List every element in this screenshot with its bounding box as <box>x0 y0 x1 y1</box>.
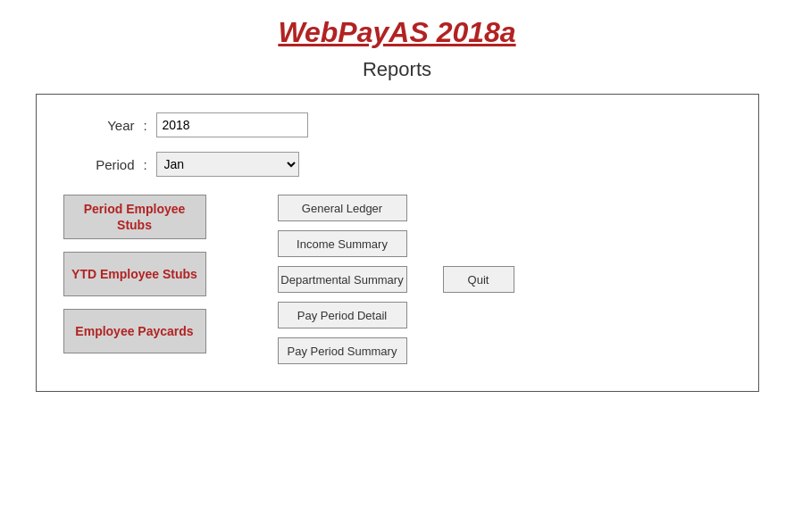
pay-period-detail-button[interactable]: Pay Period Detail <box>278 302 407 328</box>
app-title: WebPayAS 2018a <box>278 16 515 49</box>
employee-paycards-button[interactable]: Employee Paycards <box>63 309 206 353</box>
year-row: Year : <box>63 112 731 137</box>
quit-button[interactable]: Quit <box>443 266 514 293</box>
period-colon: : <box>135 157 156 172</box>
left-buttons-group: Period EmployeeStubs YTD Employee Stubs … <box>63 195 224 364</box>
general-ledger-button[interactable]: General Ledger <box>278 195 407 221</box>
right-section: General Ledger Income Summary Department… <box>278 195 514 364</box>
right-buttons-group: General Ledger Income Summary Department… <box>278 195 407 364</box>
period-row: Period : Jan Feb Mar Apr May Jun Jul Aug… <box>63 152 731 177</box>
period-employee-stubs-button[interactable]: Period EmployeeStubs <box>63 195 206 239</box>
period-select[interactable]: Jan Feb Mar Apr May Jun Jul Aug Sep Oct … <box>156 152 299 177</box>
year-label: Year <box>63 118 135 133</box>
income-summary-button[interactable]: Income Summary <box>278 230 407 257</box>
departmental-summary-button[interactable]: Departmental Summary <box>278 266 407 293</box>
period-label: Period <box>63 157 135 172</box>
page-heading: Reports <box>363 58 431 81</box>
year-input[interactable] <box>156 112 308 137</box>
year-colon: : <box>135 118 156 133</box>
ytd-employee-stubs-button[interactable]: YTD Employee Stubs <box>63 252 206 296</box>
pay-period-summary-button[interactable]: Pay Period Summary <box>278 337 407 364</box>
buttons-section: Period EmployeeStubs YTD Employee Stubs … <box>63 195 731 364</box>
main-panel: Year : Period : Jan Feb Mar Apr May Jun … <box>36 94 759 392</box>
